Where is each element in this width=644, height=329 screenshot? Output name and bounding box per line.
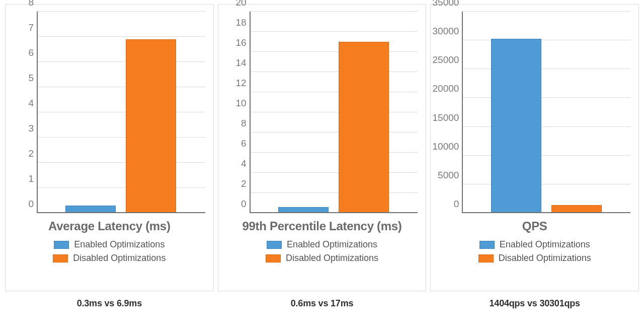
- swatch-enabled-icon: [267, 241, 282, 249]
- legend-item-disabled: Disabled Optimizations: [478, 253, 591, 264]
- y-tick-label: 10000: [433, 141, 459, 151]
- bars-group: [250, 12, 418, 213]
- legend-label-disabled: Disabled Optimizations: [499, 253, 591, 264]
- swatch-disabled-icon: [53, 254, 68, 262]
- y-tick-label: 20000: [433, 84, 459, 93]
- y-tick-label: 8: [241, 118, 247, 128]
- y-tick-label: 16: [236, 38, 247, 47]
- panel-p99-latency: 02468101214161820 99th Percentile Latenc…: [218, 4, 427, 291]
- x-axis-line: [37, 212, 205, 213]
- y-tick-label: 5: [28, 73, 34, 83]
- legend: Enabled Optimizations Disabled Optimizat…: [10, 239, 209, 264]
- swatch-disabled-icon: [478, 254, 494, 262]
- panel-avg-latency: 012345678 Average Latency (ms) Enabled O…: [5, 4, 214, 291]
- y-axis-labels: 05000100001500020000250003000035000: [435, 12, 462, 213]
- plot-p99-latency: 02468101214161820: [222, 12, 422, 213]
- legend-label-enabled: Enabled Optimizations: [500, 239, 590, 250]
- y-tick-label: 2: [28, 149, 34, 158]
- charts-stage: 012345678 Average Latency (ms) Enabled O…: [0, 0, 644, 329]
- y-tick-label: 6: [241, 139, 247, 148]
- legend-item-disabled: Disabled Optimizations: [53, 253, 166, 264]
- bars-group: [462, 12, 630, 213]
- y-tick-label: 35000: [433, 0, 459, 7]
- y-tick-label: 18: [236, 18, 247, 27]
- swatch-enabled-icon: [479, 241, 495, 249]
- panel-qps: 05000100001500020000250003000035000 QPS …: [430, 4, 639, 291]
- y-tick-label: 0: [454, 199, 459, 209]
- x-axis-line: [250, 212, 418, 213]
- bars-group: [37, 12, 205, 213]
- bar-disabled: [339, 42, 389, 213]
- bar-disabled: [126, 39, 176, 213]
- y-tick-label: 12: [236, 78, 247, 88]
- panel-title: 99th Percentile Latency (ms): [222, 219, 422, 233]
- swatch-disabled-icon: [266, 254, 281, 262]
- legend-label-enabled: Enabled Optimizations: [74, 239, 165, 250]
- y-tick-label: 8: [28, 0, 34, 7]
- y-tick-label: 15000: [433, 112, 459, 122]
- y-tick-label: 25000: [433, 55, 459, 64]
- legend-label-disabled: Disabled Optimizations: [286, 253, 378, 264]
- y-axis-labels: 012345678: [10, 12, 37, 213]
- legend: Enabled Optimizations Disabled Optimizat…: [222, 239, 422, 264]
- y-tick-label: 14: [236, 58, 247, 68]
- y-tick-label: 4: [28, 98, 34, 108]
- charts-row: 012345678 Average Latency (ms) Enabled O…: [5, 4, 639, 291]
- y-tick-label: 30000: [433, 26, 459, 36]
- legend-item-enabled: Enabled Optimizations: [267, 239, 377, 250]
- panel-title: Average Latency (ms): [10, 219, 209, 233]
- bar-enabled: [491, 39, 541, 213]
- x-axis-line: [462, 212, 630, 213]
- caption-qps: 1404qps vs 30301qps: [430, 298, 639, 309]
- legend-label-disabled: Disabled Optimizations: [73, 253, 166, 264]
- y-tick-label: 20: [236, 0, 247, 7]
- plot-avg-latency: 012345678: [10, 12, 209, 213]
- y-tick-label: 7: [28, 23, 34, 32]
- captions-row: 0.3ms vs 6.9ms 0.6ms vs 17ms 1404qps vs …: [5, 298, 639, 309]
- caption-avg-latency: 0.3ms vs 6.9ms: [5, 298, 214, 309]
- y-tick-label: 0: [241, 199, 247, 209]
- swatch-enabled-icon: [54, 241, 69, 249]
- y-tick-label: 2: [241, 179, 247, 188]
- y-tick-label: 5000: [438, 170, 459, 179]
- y-tick-label: 4: [241, 159, 247, 168]
- y-tick-label: 10: [236, 98, 247, 108]
- y-tick-label: 0: [28, 199, 34, 209]
- y-tick-label: 6: [28, 48, 34, 57]
- legend: Enabled Optimizations Disabled Optimizat…: [435, 239, 634, 264]
- caption-p99-latency: 0.6ms vs 17ms: [218, 298, 427, 309]
- legend-item-enabled: Enabled Optimizations: [54, 239, 165, 250]
- y-axis-labels: 02468101214161820: [222, 12, 250, 213]
- y-tick-label: 1: [28, 174, 34, 183]
- y-tick-label: 3: [28, 123, 34, 133]
- legend-item-enabled: Enabled Optimizations: [479, 239, 590, 250]
- plot-qps: 05000100001500020000250003000035000: [435, 12, 634, 213]
- panel-title: QPS: [435, 219, 634, 233]
- legend-item-disabled: Disabled Optimizations: [266, 253, 378, 264]
- legend-label-enabled: Enabled Optimizations: [287, 239, 377, 250]
